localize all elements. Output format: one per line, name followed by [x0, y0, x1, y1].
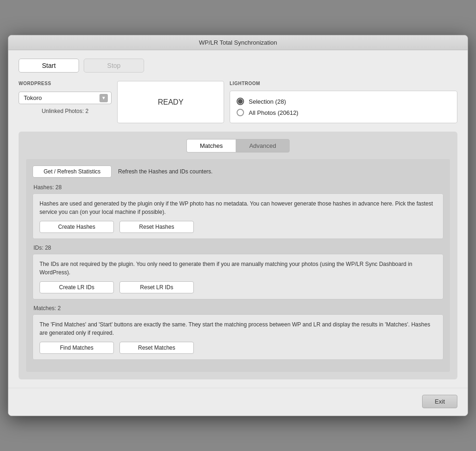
create-lr-ids-button[interactable]: Create LR IDs [40, 281, 114, 293]
matches-box: The 'Find Matches' and 'Start' buttons a… [33, 314, 443, 360]
find-matches-button[interactable]: Find Matches [40, 342, 114, 354]
stop-button: Stop [84, 59, 144, 73]
matches-section: Matches: 2 The 'Find Matches' and 'Start… [33, 305, 443, 360]
hashes-label: Hashes: 28 [33, 184, 443, 191]
tabs-bar: Matches Advanced [26, 139, 450, 153]
hashes-buttons: Create Hashes Reset Hashes [40, 221, 436, 233]
window-title: WP/LR Total Synchronization [199, 39, 277, 46]
refresh-row: Get / Refresh Statistics Refresh the Has… [33, 166, 443, 178]
tab-advanced[interactable]: Advanced [236, 139, 290, 153]
reset-lr-ids-button[interactable]: Reset LR IDs [119, 281, 194, 293]
start-button[interactable]: Start [19, 59, 79, 73]
lightroom-options: Selection (28) All Photos (20612) [230, 91, 457, 123]
tabs-content: Get / Refresh Statistics Refresh the Has… [26, 159, 450, 372]
title-bar: WP/LR Total Synchronization [8, 35, 468, 50]
matches-desc: The 'Find Matches' and 'Start' buttons a… [40, 320, 436, 337]
ids-label: IDs: 28 [33, 245, 443, 251]
ids-box: The IDs are not required by the plugin. … [33, 254, 443, 299]
main-window: WP/LR Total Synchronization Start Stop W… [8, 35, 468, 416]
lightroom-label: LIGHTROOM [230, 81, 457, 86]
hashes-section: Hashes: 28 Hashes are used and generated… [33, 184, 443, 239]
ids-desc: The IDs are not required by the plugin. … [40, 260, 436, 277]
tabs-section: Matches Advanced Get / Refresh Statistic… [19, 132, 457, 379]
refresh-button[interactable]: Get / Refresh Statistics [33, 166, 112, 178]
hashes-box: Hashes are used and generated by the plu… [33, 193, 443, 239]
create-hashes-button[interactable]: Create Hashes [40, 221, 114, 233]
wordpress-dropdown-wrapper: Tokoro ▼ [19, 92, 112, 104]
ids-section: IDs: 28 The IDs are not required by the … [33, 245, 443, 299]
matches-label: Matches: 2 [33, 305, 443, 312]
refresh-desc: Refresh the Hashes and IDs counters. [118, 168, 212, 175]
lightroom-allphotos-row: All Photos (20612) [237, 107, 450, 118]
status-label: READY [158, 98, 183, 106]
exit-button[interactable]: Exit [422, 395, 457, 408]
lightroom-selection-row: Selection (28) [237, 96, 450, 107]
footer: Exit [8, 388, 468, 416]
wordpress-dropdown[interactable]: Tokoro [19, 92, 112, 104]
wordpress-label: WORDPRESS [19, 81, 112, 86]
wordpress-section: WORDPRESS Tokoro ▼ Unlinked Photos: 2 [19, 81, 112, 123]
reset-hashes-button[interactable]: Reset Hashes [119, 221, 194, 233]
config-row: WORDPRESS Tokoro ▼ Unlinked Photos: 2 RE… [19, 81, 457, 123]
reset-matches-button[interactable]: Reset Matches [119, 342, 194, 354]
hashes-desc: Hashes are used and generated by the plu… [40, 199, 436, 216]
top-controls: Start Stop [19, 59, 457, 73]
status-box: READY [117, 81, 224, 123]
matches-buttons: Find Matches Reset Matches [40, 342, 436, 354]
lightroom-selection-label: Selection (28) [249, 98, 286, 105]
ids-buttons: Create LR IDs Reset LR IDs [40, 281, 436, 293]
radio-all-photos[interactable] [237, 109, 244, 116]
lightroom-allphotos-label: All Photos (20612) [249, 109, 298, 116]
tab-matches[interactable]: Matches [186, 139, 236, 153]
lightroom-section: LIGHTROOM Selection (28) All Photos (206… [230, 81, 457, 123]
radio-selection[interactable] [237, 98, 244, 105]
unlinked-photos-text: Unlinked Photos: 2 [19, 108, 112, 114]
